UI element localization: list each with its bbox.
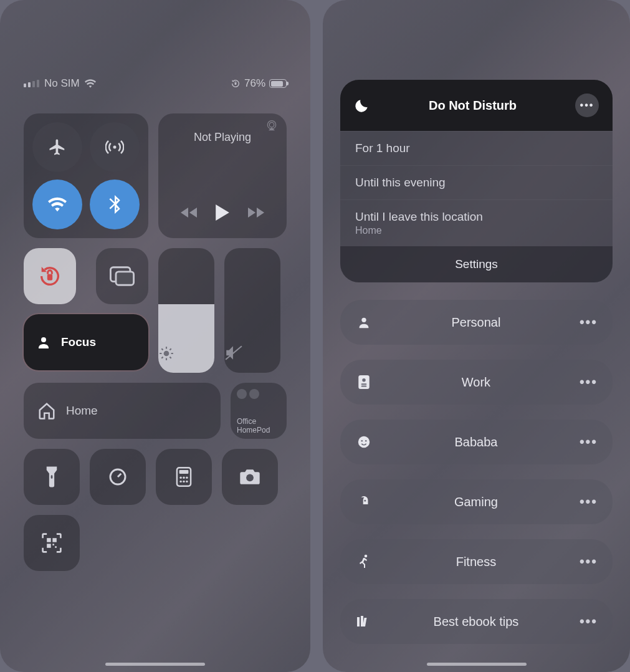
svg-rect-27 (358, 375, 369, 389)
svg-rect-21 (47, 538, 51, 542)
ellipsis-icon[interactable]: ••• (580, 613, 598, 630)
volume-slider[interactable] (224, 248, 280, 373)
battery-icon (269, 79, 287, 88)
svg-rect-4 (47, 274, 52, 281)
dnd-title: Do Not Disturb (370, 98, 575, 113)
status-bar: No SIM 76% (24, 70, 287, 97)
ellipsis-icon[interactable]: ••• (580, 374, 598, 390)
airplay-icon[interactable] (265, 120, 278, 131)
ellipsis-icon[interactable]: ••• (580, 554, 598, 570)
media-controls-tile[interactable]: Not Playing (158, 113, 287, 238)
focus-label: Focus (61, 335, 96, 349)
svg-point-7 (41, 337, 46, 342)
connectivity-tile[interactable] (24, 113, 148, 238)
dnd-option-label: For 1 hour (355, 142, 410, 155)
wifi-status-icon (85, 79, 96, 88)
running-icon (355, 554, 373, 569)
media-rewind-button[interactable] (179, 206, 198, 219)
svg-rect-13 (179, 470, 189, 474)
focus-item-label: Fitness (373, 555, 580, 569)
ellipsis-icon[interactable]: ••• (580, 314, 598, 330)
bluetooth-toggle[interactable] (90, 180, 140, 229)
dnd-header[interactable]: Do Not Disturb ••• (340, 80, 613, 131)
dnd-option-label: Until I leave this location (355, 210, 483, 223)
media-forward-button[interactable] (247, 206, 265, 219)
dnd-option-evening[interactable]: Until this evening (340, 165, 613, 199)
svg-point-35 (365, 555, 368, 558)
focus-detail-screen: Do Not Disturb ••• For 1 hour Until this… (323, 0, 630, 672)
svg-rect-22 (52, 538, 57, 542)
svg-rect-23 (47, 544, 51, 548)
focus-item-ebook[interactable]: Best ebook tips ••• (340, 599, 613, 644)
brightness-fill (158, 304, 214, 373)
qr-scanner-button[interactable] (24, 515, 80, 571)
brightness-slider[interactable] (158, 248, 214, 373)
home-tile[interactable]: Home (24, 383, 221, 439)
control-center-screen: No SIM 76% (0, 0, 310, 672)
do-not-disturb-card: Do Not Disturb ••• For 1 hour Until this… (340, 80, 613, 282)
smile-icon (355, 435, 373, 449)
ellipsis-icon[interactable]: ••• (580, 494, 598, 510)
dnd-option-1hour[interactable]: For 1 hour (340, 131, 613, 165)
focus-button[interactable]: Focus (24, 314, 148, 370)
focus-item-label: Best ebook tips (373, 615, 580, 629)
svg-point-26 (361, 318, 366, 322)
svg-point-28 (362, 378, 365, 382)
svg-rect-37 (361, 616, 363, 626)
calculator-button[interactable] (156, 449, 212, 505)
dnd-option-sublabel: Home (355, 225, 598, 236)
person-icon (36, 335, 51, 350)
svg-point-15 (183, 477, 184, 479)
orientation-lock-status-icon (231, 79, 241, 89)
carrier-label: No SIM (44, 77, 80, 90)
media-play-button[interactable] (216, 204, 229, 221)
svg-point-31 (358, 436, 370, 448)
svg-point-32 (361, 440, 363, 442)
home-indicator[interactable] (427, 663, 527, 666)
homepod-dots-icon (237, 389, 259, 399)
svg-point-18 (183, 481, 184, 482)
svg-point-34 (364, 500, 366, 502)
dnd-option-location[interactable]: Until I leave this location Home (340, 199, 613, 246)
cellular-data-toggle[interactable] (90, 122, 140, 172)
brightness-icon (158, 345, 214, 362)
svg-point-8 (164, 351, 169, 357)
svg-rect-6 (116, 272, 134, 285)
focus-item-personal[interactable]: Personal ••• (340, 300, 613, 345)
focus-item-label: Bababa (373, 435, 580, 449)
focus-item-bababa[interactable]: Bababa ••• (340, 420, 613, 464)
svg-point-14 (179, 477, 181, 479)
books-icon (355, 615, 373, 628)
svg-rect-29 (361, 383, 367, 385)
svg-point-33 (365, 440, 367, 442)
focus-item-gaming[interactable]: Gaming ••• (340, 479, 613, 524)
focus-item-label: Gaming (373, 495, 580, 509)
airplane-mode-toggle[interactable] (32, 122, 82, 172)
screen-mirroring-button[interactable] (96, 248, 148, 304)
timer-button[interactable] (90, 449, 146, 505)
svg-point-19 (186, 481, 188, 482)
homepod-line2: HomePod (237, 426, 270, 435)
focus-item-label: Personal (373, 315, 580, 330)
homepod-tile[interactable]: Office HomePod (231, 383, 287, 439)
svg-rect-10 (51, 475, 53, 479)
svg-rect-0 (235, 83, 237, 85)
flashlight-button[interactable] (24, 449, 80, 505)
rocket-icon (355, 495, 373, 509)
home-icon (37, 401, 56, 420)
focus-item-work[interactable]: Work ••• (340, 360, 613, 405)
cellular-signal-icon (24, 80, 39, 87)
media-title-label: Not Playing (171, 131, 274, 144)
dnd-more-button[interactable]: ••• (575, 94, 599, 117)
camera-button[interactable] (222, 449, 278, 505)
moon-icon (354, 97, 370, 113)
svg-point-17 (179, 481, 181, 482)
home-indicator[interactable] (105, 663, 205, 666)
dnd-settings-button[interactable]: Settings (340, 246, 613, 282)
ellipsis-icon[interactable]: ••• (580, 434, 598, 450)
badge-icon (355, 375, 373, 390)
wifi-toggle[interactable] (32, 180, 82, 229)
svg-rect-30 (361, 385, 367, 386)
focus-item-fitness[interactable]: Fitness ••• (340, 539, 613, 584)
orientation-lock-toggle[interactable] (24, 248, 76, 304)
